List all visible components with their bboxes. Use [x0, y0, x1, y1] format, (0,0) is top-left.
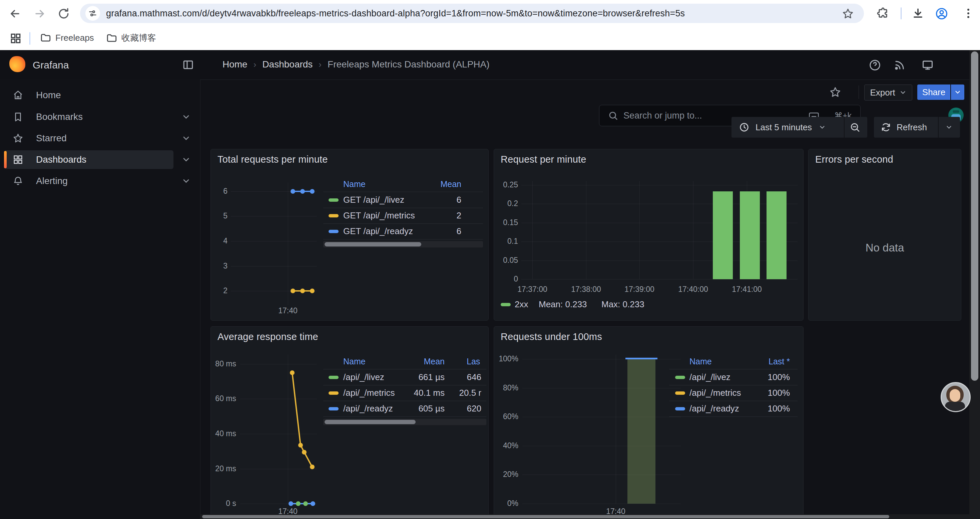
export-label: Export [870, 88, 895, 98]
site-settings-icon[interactable] [85, 6, 100, 21]
legend-last-value: 100% [740, 404, 790, 414]
browser-menu-icon[interactable] [962, 7, 975, 20]
panel-average-response-time[interactable]: Average response time 80 ms60 ms40 ms20 … [210, 326, 488, 519]
chevron-down-icon[interactable] [181, 134, 191, 143]
series-swatch [329, 198, 339, 202]
url-bar[interactable]: grafana.mathmast.com/d/deytv4rwavabkb/fr… [80, 4, 864, 23]
grafana-header: Grafana Home › Dashboards › Freeleaps Me… [0, 50, 969, 80]
url-text[interactable]: grafana.mathmast.com/d/deytv4rwavabkb/fr… [106, 8, 685, 19]
legend-header-name[interactable]: Name [343, 357, 366, 366]
legend-name[interactable]: GET /api/_/metrics [343, 211, 415, 221]
brand-name: Grafana [33, 59, 69, 71]
legend-series-name[interactable]: 2xx [515, 299, 528, 310]
panel-total-requests[interactable]: Total requests per minute 6543217:40Name… [210, 149, 488, 321]
sidebar-item-label: Home [36, 90, 61, 101]
panel-request-per-minute[interactable]: Request per minute 0.250.20.150.10.05017… [494, 149, 803, 321]
favorite-star-icon[interactable] [829, 86, 841, 98]
legend-header-last[interactable]: Las [467, 357, 480, 366]
refresh-button[interactable]: Refresh [874, 117, 960, 137]
page-scrollbar-vertical[interactable] [969, 50, 980, 519]
legend-header-last[interactable]: Last * [740, 357, 790, 366]
bookmark-folder-blogs[interactable]: 收藏博客 [106, 32, 156, 44]
data-point [302, 450, 307, 455]
series-swatch [675, 407, 685, 410]
bar-2xx [767, 192, 786, 279]
y-axis-tick: 0.15 [494, 218, 518, 227]
assistant-avatar[interactable] [941, 382, 970, 412]
legend-swatch [501, 303, 511, 306]
legend-name[interactable]: /api/_/readyz [689, 404, 739, 414]
legend-name[interactable]: /api/_/livez [343, 372, 384, 382]
y-axis-tick: 5 [211, 211, 228, 220]
legend-header-mean[interactable]: Mean [395, 357, 445, 366]
extensions-icon[interactable] [877, 7, 889, 20]
profile-icon[interactable] [935, 7, 948, 21]
y-axis-tick: 0.2 [494, 199, 518, 208]
legend-max: Max: 0.233 [601, 299, 644, 310]
panel-errors-per-second[interactable]: Errors per second No data [808, 149, 961, 321]
active-item-accent [4, 151, 7, 168]
legend-header-name[interactable]: Name [689, 357, 712, 366]
bookmark-star-icon[interactable] [842, 7, 854, 20]
news-rss-icon[interactable] [893, 59, 906, 72]
time-range-picker[interactable]: Last 5 minutes [732, 117, 867, 137]
gridline-vertical [532, 181, 533, 279]
gridline-horizontal [231, 266, 317, 267]
area-fill [627, 359, 655, 504]
grafana-logo[interactable] [10, 56, 25, 72]
legend-name[interactable]: GET /api/_/livez [343, 195, 404, 205]
legend-header-name[interactable]: Name [343, 179, 366, 189]
help-icon[interactable] [869, 59, 881, 72]
gridline-vertical [640, 181, 640, 279]
export-button[interactable]: Export [864, 85, 912, 101]
legend-name[interactable]: /api/_/metrics [343, 388, 395, 398]
gridline-horizontal [522, 388, 681, 388]
sidebar-item-home[interactable]: Home [5, 86, 173, 105]
bookmark-label: Freeleaps [56, 33, 94, 43]
legend-name[interactable]: /api/_/metrics [689, 388, 741, 398]
legend-header-mean[interactable]: Mean [411, 179, 461, 189]
row-divider [669, 385, 797, 385]
monitor-icon[interactable] [921, 59, 934, 72]
chevron-down-icon[interactable] [181, 176, 191, 186]
legend-name[interactable]: GET /api/_/readyz [343, 226, 413, 236]
reload-icon[interactable] [57, 7, 70, 20]
scrollbar-thumb[interactable] [325, 420, 415, 424]
bookmark-folder-freeleaps[interactable]: Freeleaps [40, 32, 94, 43]
sidebar-item-dashboards[interactable]: Dashboards [5, 150, 173, 169]
series-swatch [675, 391, 685, 395]
dock-menu-icon[interactable] [182, 59, 194, 71]
sidebar-item-bookmarks[interactable]: Bookmarks [5, 107, 173, 126]
scrollbar-thumb[interactable] [325, 242, 421, 246]
data-point [291, 289, 295, 293]
page-scrollbar-horizontal[interactable] [200, 514, 969, 519]
series-swatch [329, 391, 339, 395]
apps-grid-icon[interactable] [10, 32, 22, 45]
share-menu-button[interactable] [951, 85, 964, 100]
folder-icon [40, 32, 51, 43]
scrollbar-thumb[interactable] [971, 51, 978, 381]
forward-icon[interactable] [33, 7, 46, 20]
legend-name[interactable]: /api/_/livez [689, 372, 730, 382]
y-axis-tick: 0% [494, 499, 519, 508]
sidebar-item-starred[interactable]: Starred [5, 129, 173, 148]
scrollbar-thumb[interactable] [202, 515, 889, 518]
share-button[interactable]: Share [917, 85, 950, 100]
panel-requests-under-100ms[interactable]: Requests under 100ms 100%80%60%40%20%0%1… [494, 326, 803, 519]
x-axis-tick: 17:38:00 [559, 285, 613, 294]
panel-title: Requests under 100ms [501, 331, 602, 342]
back-icon[interactable] [9, 7, 21, 20]
series-swatch [329, 407, 339, 410]
gridline-vertical [693, 181, 694, 279]
legend-name[interactable]: /api/_/readyz [343, 404, 393, 414]
download-icon[interactable] [912, 7, 924, 20]
breadcrumb-home[interactable]: Home [223, 59, 248, 70]
breadcrumb-dashboards[interactable]: Dashboards [262, 59, 313, 70]
series-top-line [625, 358, 657, 359]
chevron-down-icon[interactable] [181, 112, 191, 121]
gridline-vertical [288, 183, 288, 305]
bar-2xx [713, 192, 733, 279]
sidebar-item-alerting[interactable]: Alerting [5, 172, 173, 190]
chevron-down-icon[interactable] [181, 155, 191, 164]
gridline-horizontal [521, 185, 797, 185]
